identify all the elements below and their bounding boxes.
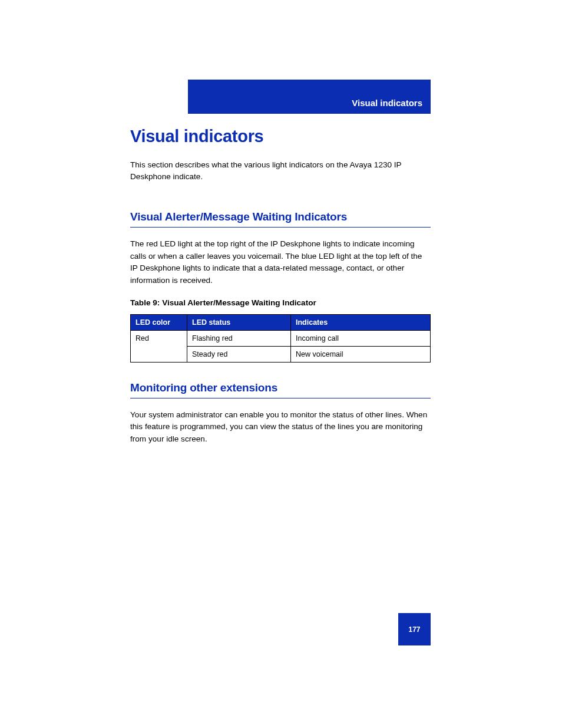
cell-meaning: New voicemail	[291, 346, 431, 362]
table-row: Red Flashing red Incoming call	[131, 330, 431, 346]
document-page: Visual indicators Visual indicators This…	[0, 0, 562, 728]
table-header-row: LED color LED status Indicates	[131, 314, 431, 330]
section2-paragraph: Your system administrator can enable you…	[130, 409, 431, 445]
running-header-title: Visual indicators	[352, 98, 422, 108]
cell-meaning: Incoming call	[291, 330, 431, 346]
cell-status: Steady red	[187, 346, 291, 362]
content-area: Visual indicators This section describes…	[130, 127, 431, 457]
section-heading-alerter: Visual Alerter/Message Waiting Indicator…	[130, 210, 431, 228]
th-led-status: LED status	[187, 314, 291, 330]
th-led-color: LED color	[131, 314, 187, 330]
page-number-box: 177	[398, 613, 431, 645]
section1-paragraph: The red LED light at the top right of th…	[130, 238, 431, 286]
section-heading-monitoring: Monitoring other extensions	[130, 381, 431, 398]
indicator-table: LED color LED status Indicates Red Flash…	[130, 314, 431, 363]
cell-color: Red	[131, 330, 187, 362]
intro-paragraph: This section describes what the various …	[130, 159, 431, 182]
header-band: Visual indicators	[188, 80, 431, 114]
page-title: Visual indicators	[130, 127, 431, 146]
cell-status: Flashing red	[187, 330, 291, 346]
th-indicates: Indicates	[291, 314, 431, 330]
page-number: 177	[408, 625, 420, 634]
table-caption: Table 9: Visual Alerter/Message Waiting …	[130, 298, 431, 307]
